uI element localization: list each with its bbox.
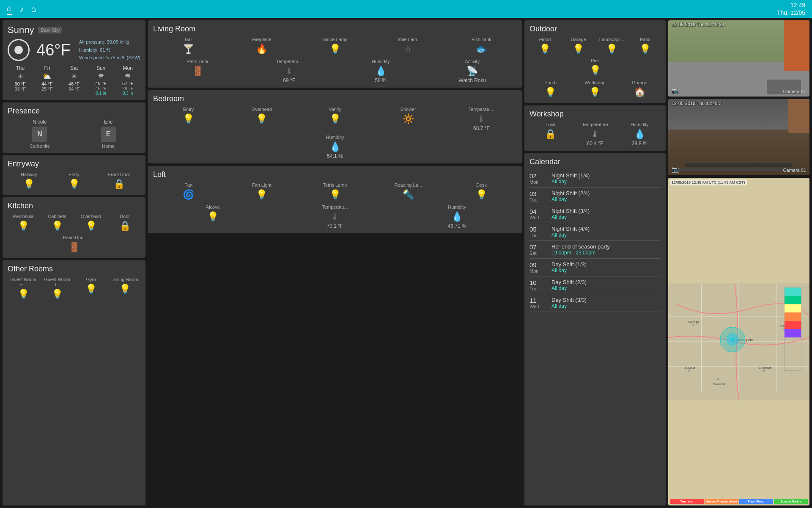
device-item[interactable]: Guest Room T... 💡: [41, 277, 73, 301]
camera-1-timestamp: 12-05-2019 Thu 12:49:38: [672, 22, 724, 27]
camera-2-timestamp: 12-05-2019 Thu 12:49:3: [672, 101, 721, 106]
device-item[interactable]: Porch 💡: [529, 80, 571, 99]
device-item[interactable]: Temperatu... 🌡 70.1 °F: [275, 204, 395, 229]
device-item[interactable]: Reading La... 🔦: [373, 182, 444, 201]
topbar-left: ⌂ ♪ ⌂: [7, 3, 36, 15]
outdoor-title: Outdoor: [529, 25, 661, 33]
device-item[interactable]: Desk 💡: [446, 182, 517, 201]
bedroom-row2: Humidity💧54.1 %: [153, 135, 517, 159]
calendar-event: 09 Mon Day Shift (1/3) All day: [529, 259, 661, 276]
device-item[interactable]: Patio Door 🚪: [8, 235, 140, 254]
loft-panel: Loft Fan 🌀 Fan Light 💡 Tetris Lamp 💡 Rea…: [148, 166, 522, 233]
device-item[interactable]: Pier 💡: [529, 58, 661, 77]
svg-rect-28: [785, 329, 801, 338]
device-item[interactable]: Activity 📡 Watch Roku: [428, 59, 517, 83]
loft-title: Loft: [153, 170, 517, 179]
loft-row2: Alcove 💡 Temperatu... 🌡 70.1 °F Humidity…: [153, 204, 517, 229]
device-item[interactable]: Tetris Lamp 💡: [299, 182, 370, 201]
device-item[interactable]: Patio 💡: [630, 37, 661, 55]
entryway-grid: Hallway 💡 Entry 💡 Front Door 🔒: [8, 172, 140, 190]
calendar-event: 07 Sat Rcr end of season party 19:00pm -…: [529, 241, 661, 259]
map-timestamp: 12/05/2019 12:49 AM UTC (11:49 AM CST): [670, 179, 747, 185]
weather-source: Dark Sky: [38, 27, 62, 33]
device-item[interactable]: Front Door 🔒: [98, 172, 140, 190]
device-item[interactable]: Globe Lamp 💡: [299, 37, 370, 55]
cal-event-info: Night Shift (3/4) All day: [551, 208, 590, 220]
device-item[interactable]: Landscapi... 💡: [596, 37, 627, 55]
living-room-title: Living Room: [153, 25, 517, 33]
bedroom-grid: Entry 💡 Overhead 💡 Vanity 💡 Shower 🔆 Tem…: [153, 107, 517, 131]
forecast-row: Thu ☀ 50 °F 38 °F Fri ⛅ 44 °F 25 °F Sat …: [8, 65, 140, 96]
other-rooms-title: Other Rooms: [8, 265, 140, 273]
cal-event-info: Day Shift (2/3) All day: [551, 279, 587, 291]
device-item[interactable]: Entry 💡: [153, 107, 224, 131]
living-room-panel: Living Room Bar 🍸 Fireplace 🔥 Globe Lamp…: [148, 20, 522, 88]
wind-detail: Wind speed: 5.75 mi/h (SSW): [79, 54, 140, 62]
device-item[interactable]: Shower 🔆: [373, 107, 444, 131]
topbar-clock: 12:49 Thu, 12/05: [777, 1, 805, 17]
device-item[interactable]: Garage 💡: [563, 37, 594, 55]
camera-feed-2: 12-05-2019 Thu 12:49:3 📷 Camera 01: [668, 99, 809, 175]
home-icon[interactable]: ⌂: [7, 3, 12, 15]
kitchen-grid: Peninsula 💡 Cabinets 💡 Overhead 💡 Door 🔒…: [8, 214, 140, 254]
device-item[interactable]: Flood 💡: [529, 37, 560, 55]
device-item[interactable]: Cabinets 💡: [41, 214, 73, 232]
kitchen-title: Kitchen: [8, 202, 140, 210]
device-item[interactable]: Fireplace 🔥: [226, 37, 297, 55]
device-item[interactable]: Alcove 💡: [153, 204, 273, 229]
device-item[interactable]: Dining Room 💡: [109, 277, 140, 301]
device-item[interactable]: Guest Room F... 💡: [8, 277, 39, 301]
workshop-title: Workshop: [529, 110, 661, 119]
cal-event-info: Night Shift (2/4) All day: [551, 190, 590, 202]
device-item[interactable]: Humidity 💧 46.71 %: [397, 204, 517, 229]
device-item[interactable]: Peninsula 💡: [8, 214, 39, 232]
device-item[interactable]: Overhead 💡: [75, 214, 107, 232]
calendar-event: 04 Wed Night Shift (3/4) All day: [529, 205, 661, 223]
device-item[interactable]: Temperatu... 🌡 68.7 °F: [446, 107, 517, 131]
device-item[interactable]: Fan 🌀: [153, 182, 224, 201]
cal-date: 04 Wed: [529, 208, 546, 220]
device-item[interactable]: Patio Door 🚪: [153, 59, 242, 83]
device-item[interactable]: Hallway 💡: [8, 172, 50, 190]
device-item[interactable]: Garage 🏠: [619, 80, 661, 99]
device-item[interactable]: Fish Tank 🐟: [446, 37, 517, 55]
svg-point-14: [688, 370, 690, 372]
workshop-grid: Lock🔒Temperature🌡60.4 °FHumidity💧39.8 %: [529, 122, 661, 146]
music-icon[interactable]: ♪: [19, 4, 24, 14]
sun-icon: [8, 39, 30, 61]
forecast-day: Sat ☀ 46 °F 34 °F: [61, 65, 87, 96]
device-item[interactable]: Table Lam... 🕯: [373, 37, 444, 55]
device-item[interactable]: Gym 💡: [75, 277, 107, 301]
camera-2-icon: 📷: [672, 166, 679, 173]
map-legend: Tornado Severe Thunderstorm Flash Flood …: [670, 499, 808, 504]
device-item: Humidity💧54.1 %: [153, 135, 517, 159]
device-item[interactable]: Vanity 💡: [299, 107, 370, 131]
cal-date: 10 Tue: [529, 279, 546, 291]
svg-text:St.Louis: St.Louis: [685, 366, 695, 369]
svg-point-10: [692, 324, 694, 326]
device-item[interactable]: Fan Light 💡: [226, 182, 297, 201]
camera-feed-1: 12-05-2019 Thu 12:49:38 📷 Camera 01: [668, 20, 809, 97]
presence-panel: Presence Nicole N Carbonite Eric E Home: [3, 102, 145, 153]
living-room-grid: Bar 🍸 Fireplace 🔥 Globe Lamp 💡 Table Lam…: [153, 37, 517, 55]
svg-text:Chicago: Chicago: [688, 320, 699, 324]
device-item[interactable]: Overhead 💡: [226, 107, 297, 131]
workshop-device: Humidity💧39.8 %: [619, 122, 661, 146]
svg-point-16: [763, 370, 765, 372]
svg-point-18: [717, 378, 719, 380]
smart-home-icon[interactable]: ⌂: [31, 4, 36, 14]
device-item[interactable]: Temperatu... 🌡 69 °F: [245, 59, 334, 83]
device-item[interactable]: Door 🔒: [109, 214, 140, 232]
device-item[interactable]: Humidity 💧 50 %: [336, 59, 425, 83]
weather-map: Indianapolis Chicago Columbus St.Louis C…: [668, 178, 809, 505]
svg-rect-24: [785, 296, 801, 304]
device-item[interactable]: Workshop 💡: [574, 80, 616, 99]
legend-severe: Severe Thunderstorm: [705, 499, 738, 504]
weather-temperature: 46°F: [36, 41, 71, 59]
device-item[interactable]: Bar 🍸: [153, 37, 224, 55]
cal-event-info: Night Shift (1/4) All day: [551, 172, 590, 185]
camera-panel-2: 12-05-2019 Thu 12:49:3 📷 Camera 01: [668, 99, 809, 175]
device-item[interactable]: Entry 💡: [53, 172, 96, 190]
camera-1-icon: 📷: [672, 87, 679, 94]
presence-person: Nicole N Carbonite: [8, 119, 72, 149]
